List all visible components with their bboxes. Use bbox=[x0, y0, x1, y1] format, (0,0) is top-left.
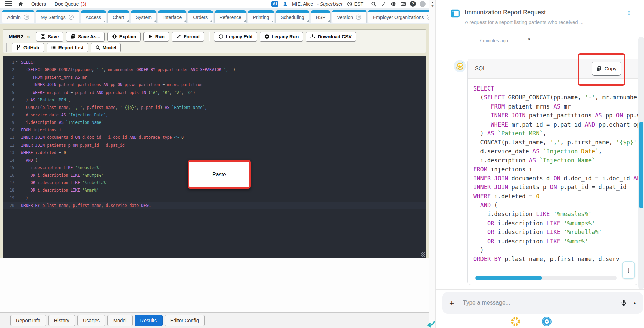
code-line[interactable]: 8 d.service_date AS `Injection Date`, bbox=[3, 111, 426, 119]
attach-plus-icon[interactable]: + bbox=[449, 299, 454, 307]
code-line[interactable]: 13WHERE i.deleted = 0 bbox=[3, 149, 426, 157]
hamburger-menu-icon[interactable] bbox=[5, 1, 12, 6]
sql-code-block: SELECT (SELECT GROUP_CONCAT(pp.name, '-'… bbox=[468, 79, 638, 264]
sun-gear-icon[interactable] bbox=[510, 316, 521, 327]
app-logo-icon[interactable] bbox=[542, 316, 552, 327]
code-line: INNER JOIN patients p ON p.pat_id = d.pa… bbox=[473, 183, 638, 192]
nav-tab-admin[interactable]: Admin bbox=[2, 10, 34, 23]
nav-tab-scheduling[interactable]: Scheduling bbox=[275, 10, 309, 23]
top-bar-right: AI MIE, Alice - SuperUser EST ? bbox=[271, 1, 426, 7]
message-input[interactable]: + Type a message... ▲ bbox=[442, 292, 643, 314]
copy-button[interactable]: Copy bbox=[592, 62, 621, 76]
search-icon[interactable] bbox=[371, 1, 377, 7]
code-line: WHERE i.deleted = 0 bbox=[473, 192, 638, 201]
microphone-icon[interactable] bbox=[620, 299, 627, 307]
nav-tab-reference[interactable]: Reference bbox=[214, 10, 247, 23]
github-button[interactable]: GitHub bbox=[12, 43, 44, 52]
tab-results[interactable]: Results bbox=[135, 315, 163, 326]
divider bbox=[436, 289, 644, 290]
sql-code-editor[interactable]: 1SELECT2 (SELECT GROUP_CONCAT(pp.name, '… bbox=[3, 56, 426, 258]
breadcrumb-orders[interactable]: Orders bbox=[31, 1, 46, 7]
tab-usages[interactable]: Usages bbox=[77, 315, 105, 326]
code-line[interactable]: 12INNER JOIN patients p ON p.pat_id = d.… bbox=[3, 142, 426, 149]
download-icon bbox=[310, 34, 315, 39]
line-number: 14 bbox=[3, 157, 18, 164]
line-number: 8 bbox=[3, 111, 18, 119]
chat-menu-icon[interactable] bbox=[626, 9, 632, 17]
code-line[interactable]: 20ORDER BY p.last_name, p.first_name, d.… bbox=[3, 202, 426, 209]
line-number: 19 bbox=[3, 194, 18, 202]
download-csv-button[interactable]: Download CSV bbox=[306, 32, 356, 42]
message-placeholder: Type a message... bbox=[463, 299, 510, 306]
code-line[interactable]: 11INNER JOIN documents d ON d.doc_id = i… bbox=[3, 134, 426, 141]
tab-editor-config[interactable]: Editor Config bbox=[165, 315, 205, 326]
nav-tab-chart[interactable]: Chart bbox=[107, 10, 129, 23]
paste-button-highlight[interactable]: Paste bbox=[188, 160, 251, 189]
format-button[interactable]: Format bbox=[172, 32, 204, 42]
panel-collapse-arrow-icon[interactable] bbox=[426, 319, 436, 328]
code-line[interactable]: 2 (SELECT GROUP_CONCAT(pp.name, '-', mr.… bbox=[3, 66, 426, 73]
chat-panel-icon[interactable] bbox=[451, 9, 460, 18]
chat-scrollbar-thumb[interactable] bbox=[639, 122, 643, 208]
run-button[interactable]: Run bbox=[143, 32, 169, 42]
ai-badge[interactable]: AI bbox=[271, 1, 278, 7]
tab-report-info[interactable]: Report Info bbox=[10, 315, 46, 326]
collapse-chevron-icon[interactable]: ▾ bbox=[528, 37, 530, 42]
dropdown-caret-icon bbox=[243, 20, 246, 22]
external-link-icon bbox=[23, 14, 29, 20]
help-icon[interactable]: ? bbox=[410, 1, 416, 7]
nav-tab-employer-organizations[interactable]: Employer Organizations bbox=[368, 10, 429, 23]
nav-tab-hsp[interactable]: HSP bbox=[311, 10, 331, 23]
model-button[interactable]: Model bbox=[91, 43, 121, 52]
scroll-to-bottom-button[interactable]: ↓ bbox=[622, 261, 635, 279]
avatar-circle-icon[interactable] bbox=[420, 1, 426, 7]
code-line: ) AS `Patient MRN`, bbox=[473, 129, 638, 138]
code-line: INNER JOIN patient_partitions AS pp ON p… bbox=[473, 111, 638, 120]
send-caret-icon[interactable]: ▲ bbox=[633, 301, 637, 305]
globe-icon[interactable] bbox=[390, 1, 396, 7]
code-line[interactable]: 6 ) AS `Patient MRN`, bbox=[3, 96, 426, 104]
nav-tab-system[interactable]: System bbox=[131, 10, 157, 23]
code-line[interactable]: 3 FROM patient_mrns AS mr bbox=[3, 73, 426, 81]
info-icon bbox=[112, 34, 117, 39]
dropdown-caret-icon bbox=[126, 20, 129, 22]
explain-button[interactable]: Explain bbox=[107, 32, 141, 42]
nav-tab-printing[interactable]: Printing bbox=[248, 10, 274, 23]
chat-title: Immunization Report Request bbox=[465, 9, 546, 16]
code-line[interactable]: 7 CONCAT(p.last_name, ', ', p.first_name… bbox=[3, 104, 426, 111]
report-list-button[interactable]: Report List bbox=[47, 43, 88, 52]
scroll-up-arrow-icon[interactable]: ▲ bbox=[429, 1, 436, 4]
nav-tab-my-settings[interactable]: My Settings bbox=[36, 10, 79, 23]
editor-resize-handle[interactable] bbox=[421, 252, 425, 257]
nav-tab-interface[interactable]: Interface bbox=[158, 10, 187, 23]
save-button[interactable]: Save bbox=[36, 32, 64, 42]
clock-icon bbox=[346, 1, 353, 7]
code-line[interactable]: 1SELECT bbox=[3, 59, 426, 66]
breadcrumb-doc-queue[interactable]: Doc Queue(3) bbox=[55, 1, 86, 7]
code-line[interactable]: 9 i.description AS `Injection Name` bbox=[3, 119, 426, 126]
code-line[interactable]: 5 WHERE mr.pat_id = p.pat_id AND pp.echa… bbox=[3, 89, 426, 96]
tab-model[interactable]: Model bbox=[107, 315, 133, 326]
code-language-label: SQL bbox=[475, 66, 486, 72]
wand-icon[interactable] bbox=[380, 1, 387, 7]
code-line: (SELECT GROUP_CONCAT(pp.name, '-', mr.mr… bbox=[473, 93, 638, 102]
tab-history[interactable]: History bbox=[48, 315, 75, 326]
keyboard-icon[interactable] bbox=[400, 1, 406, 7]
save-as--button[interactable]: Save As... bbox=[66, 32, 105, 42]
vertical-scrollbar[interactable]: ▲ ▼ bbox=[429, 0, 435, 328]
report-expander[interactable]: » bbox=[27, 34, 30, 39]
nav-tab-orders[interactable]: Orders bbox=[188, 10, 213, 23]
legacy-edit-button[interactable]: Legacy Edit bbox=[214, 32, 257, 42]
code-line[interactable]: 19 ) bbox=[3, 194, 426, 202]
code-line[interactable]: 10FROM injections i bbox=[3, 126, 426, 134]
fold-caret-icon[interactable] bbox=[15, 61, 18, 62]
scroll-down-arrow-icon[interactable]: ▼ bbox=[429, 4, 436, 8]
nav-tab-access[interactable]: Access bbox=[81, 10, 106, 23]
paste-button-label: Paste bbox=[212, 171, 226, 178]
user-name[interactable]: MIE, Alice bbox=[292, 1, 313, 7]
home-icon[interactable] bbox=[18, 1, 24, 7]
nav-tab-version[interactable]: Version bbox=[332, 10, 367, 23]
history-icon bbox=[218, 34, 223, 39]
legacy-run-button[interactable]: Legacy Run bbox=[260, 32, 303, 42]
code-line[interactable]: 4 INNER JOIN patient_partitions AS pp ON… bbox=[3, 81, 426, 88]
